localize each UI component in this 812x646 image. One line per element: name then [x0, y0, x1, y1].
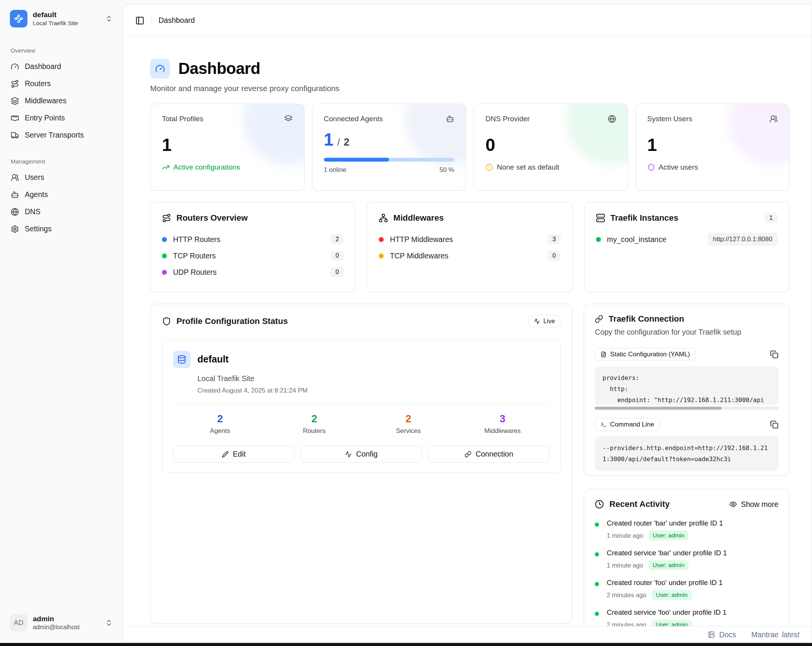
users-icon — [11, 173, 19, 182]
edit-button-label: Edit — [233, 450, 246, 458]
brand-name: Mantrae — [751, 630, 779, 639]
brand-version: Mantrae latest — [751, 630, 799, 639]
status-dot — [162, 253, 167, 258]
stat-value-row: 1 / 2 — [324, 130, 455, 149]
card-title: Middlewares — [393, 213, 561, 223]
section-label-management: Management — [11, 158, 117, 165]
status-dot — [162, 237, 167, 242]
sidebar-item-settings[interactable]: Settings — [6, 220, 117, 237]
connection-button[interactable]: Connection — [428, 446, 550, 463]
sidebar-item-dns[interactable]: DNS — [6, 203, 117, 220]
sidebar-item-middlewares[interactable]: Middlewares — [6, 92, 117, 109]
sidebar-item-label: Settings — [25, 224, 51, 233]
horizontal-scrollbar[interactable] — [595, 407, 778, 410]
status-dot — [379, 253, 384, 258]
stat-label: Total Profiles — [162, 115, 203, 123]
profile-name: default — [197, 354, 229, 365]
route-icon — [11, 80, 19, 88]
layers-icon — [11, 97, 19, 105]
bot-icon — [11, 191, 19, 199]
activity-list: Created router 'bar' under profile ID 1 … — [595, 519, 778, 630]
activity-user-badge: User: admin — [652, 590, 692, 600]
chevrons-up-down-icon — [105, 619, 113, 627]
footer: Docs Mantrae latest — [123, 626, 812, 643]
count-badge: 0 — [330, 267, 344, 277]
page-icon-box — [150, 59, 170, 79]
divider — [173, 404, 549, 405]
copy-cli-button[interactable] — [770, 420, 778, 429]
config-button[interactable]: Config — [301, 446, 422, 463]
detail-row: Profile Configuration Status Live defaul… — [150, 304, 790, 637]
scrollbar-thumb[interactable] — [595, 407, 721, 410]
stat-status: Active users — [659, 163, 698, 172]
chevrons-up-down-icon — [105, 15, 113, 22]
sidebar-item-entry-points[interactable]: Entry Points — [6, 109, 117, 127]
live-label: Live — [543, 317, 555, 325]
stat-card-system-users: System Users 1 Active users — [636, 104, 790, 191]
card-title: Recent Activity — [609, 499, 724, 509]
show-more-button[interactable]: Show more — [729, 500, 778, 509]
bot-icon — [446, 115, 454, 123]
shield-icon — [647, 164, 655, 171]
trending-up-icon — [162, 164, 170, 171]
sidebar: default Local Traefik Site Overview Dash… — [0, 0, 123, 643]
stat-value: 2 — [173, 413, 267, 425]
card-glow — [567, 104, 628, 165]
stat-status-row: Active configurations — [162, 163, 293, 172]
activity-icon — [345, 451, 352, 458]
stat-value: 2 — [361, 413, 455, 425]
nav-management: Users Agents DNS Settings — [6, 169, 117, 237]
stat-value: 0 — [485, 135, 616, 155]
panel-left-icon — [135, 16, 144, 25]
workspace-name: default — [33, 11, 100, 19]
profile-actions: Edit Config Connection — [173, 446, 549, 463]
workspace-switcher[interactable]: default Local Traefik Site — [6, 7, 117, 30]
count-badge: 3 — [548, 234, 561, 244]
middleware-type-row: HTTP Middlewares 3 — [379, 234, 561, 245]
stat-label: DNS Provider — [485, 115, 530, 123]
edit-button[interactable]: Edit — [173, 446, 295, 463]
router-type-row: TCP Routers 0 — [162, 250, 344, 261]
card-title: Routers Overview — [176, 213, 344, 223]
nav-overview: Dashboard Routers Middlewares Entry Poin… — [6, 58, 117, 144]
connection-button-label: Connection — [476, 450, 513, 458]
workspace-description: Local Traefik Site — [33, 20, 100, 27]
stat-status: None set as default — [497, 163, 559, 172]
sidebar-item-dashboard[interactable]: Dashboard — [6, 58, 117, 75]
sidebar-item-users[interactable]: Users — [6, 169, 117, 186]
agents-progress-fill — [324, 158, 389, 162]
dashboard-content: Dashboard Monitor and manage your revers… — [150, 37, 790, 643]
yaml-config-label: Static Configuration (YAML) — [610, 351, 690, 358]
sidebar-item-agents[interactable]: Agents — [6, 186, 117, 203]
count-badge: 0 — [548, 251, 561, 261]
command-line-badge: Command Line — [595, 418, 660, 431]
sidebar-item-server-transports[interactable]: Server Transports — [6, 127, 117, 144]
profile-card: default Local Traefik Site Created Augus… — [162, 340, 561, 473]
copy-yaml-button[interactable] — [770, 350, 778, 359]
globe-icon — [11, 208, 19, 216]
alert-circle-icon — [485, 164, 493, 171]
eye-icon — [729, 500, 737, 508]
card-title: Traefik Instances — [610, 213, 759, 223]
sidebar-item-routers[interactable]: Routers — [6, 75, 117, 92]
card-title: Traefik Connection — [609, 314, 778, 324]
card-title: Profile Configuration Status — [176, 316, 523, 326]
file-text-icon — [601, 351, 607, 357]
stat-status-row: Active users — [647, 163, 778, 172]
stat-label: Routers — [267, 427, 361, 435]
profile-stat-services: 2 Services — [361, 413, 455, 435]
sidebar-toggle-button[interactable] — [135, 16, 144, 25]
activity-time: 1 minute ago — [607, 532, 643, 539]
command-line-label: Command Line — [610, 421, 654, 428]
profile-configuration-status-card: Profile Configuration Status Live defaul… — [150, 304, 572, 624]
layers-icon — [284, 115, 293, 123]
docs-link[interactable]: Docs — [708, 630, 736, 639]
status-dot — [596, 237, 601, 242]
activity-icon — [534, 318, 540, 324]
shield-icon — [162, 317, 171, 326]
stat-label: Connected Agents — [324, 115, 383, 123]
gear-icon — [11, 225, 19, 233]
user-menu[interactable]: AD admin admin@localhost — [6, 611, 117, 635]
activity-item: Created router 'bar' under profile ID 1 … — [595, 519, 778, 540]
user-meta: admin admin@localhost — [33, 615, 100, 631]
